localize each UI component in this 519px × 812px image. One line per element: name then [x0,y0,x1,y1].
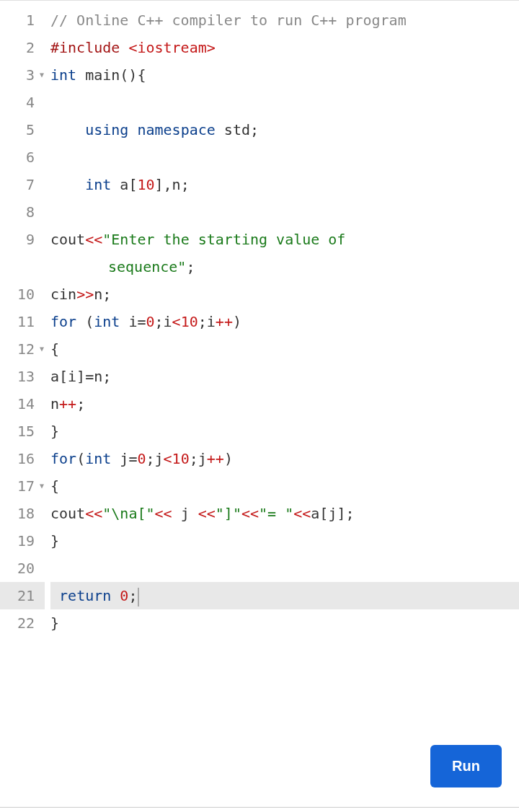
line-number: 8 [0,198,45,226]
line-number: 13 [0,363,45,390]
line-number: 10 [0,281,45,308]
line-number: 4 [0,89,45,116]
code-line[interactable] [50,89,519,116]
line-number: 9 [0,226,45,253]
code-line[interactable] [50,555,519,582]
code-line[interactable]: } [50,527,519,555]
run-button[interactable]: Run [430,745,502,787]
code-line[interactable]: cin>>n; [50,281,519,308]
code-line[interactable]: } [50,609,519,637]
code-line[interactable]: { [50,472,519,500]
code-line[interactable]: int a[10],n; [50,171,519,198]
divider [0,807,519,808]
line-number: 18 [0,500,45,527]
line-number [0,253,45,281]
line-number: 20 [0,555,45,582]
fold-marker-icon[interactable]: ▼ [40,61,44,89]
line-number: 3▼ [0,61,45,89]
fold-marker-icon[interactable]: ▼ [40,472,44,500]
code-line[interactable]: for(int j=0;j<10;j++) [50,445,519,472]
code-line[interactable]: // Online C++ compiler to run C++ progra… [50,6,519,34]
line-number: 17▼ [0,472,45,500]
code-line[interactable]: #include <iostream> [50,34,519,61]
line-number-gutter: 1 2 3▼ 4 5 6 7 8 9 10 11 12▼ 13 14 15 16… [0,1,45,812]
line-number: 2 [0,34,45,61]
code-editor[interactable]: 1 2 3▼ 4 5 6 7 8 9 10 11 12▼ 13 14 15 16… [0,0,519,812]
code-line[interactable] [50,144,519,171]
line-number: 12▼ [0,335,45,363]
line-number: 5 [0,116,45,144]
code-line[interactable]: { [50,335,519,363]
code-line[interactable]: sequence"; [50,253,519,281]
line-number: 1 [0,6,45,34]
code-line-active[interactable]: return 0; [50,582,519,609]
code-line[interactable]: n++; [50,390,519,418]
code-content[interactable]: // Online C++ compiler to run C++ progra… [45,1,519,812]
code-line[interactable]: cout<<"\na["<< j <<"]"<<"= "<<a[j]; [50,500,519,527]
line-number: 15 [0,418,45,445]
line-number: 22 [0,609,45,637]
code-line[interactable]: for (int i=0;i<10;i++) [50,308,519,335]
fold-marker-icon[interactable]: ▼ [40,335,44,363]
code-line[interactable]: } [50,418,519,445]
line-number: 19 [0,527,45,555]
code-line[interactable]: cout<<"Enter the starting value of [50,226,519,253]
text-cursor-icon [138,588,139,606]
line-number: 7 [0,171,45,198]
line-number: 21 [0,582,45,609]
line-number: 14 [0,390,45,418]
code-line[interactable]: int main(){ [50,61,519,89]
code-line[interactable]: a[i]=n; [50,363,519,390]
code-line[interactable]: using namespace std; [50,116,519,144]
line-number: 16 [0,445,45,472]
code-line[interactable] [50,198,519,226]
line-number: 11 [0,308,45,335]
line-number: 6 [0,144,45,171]
